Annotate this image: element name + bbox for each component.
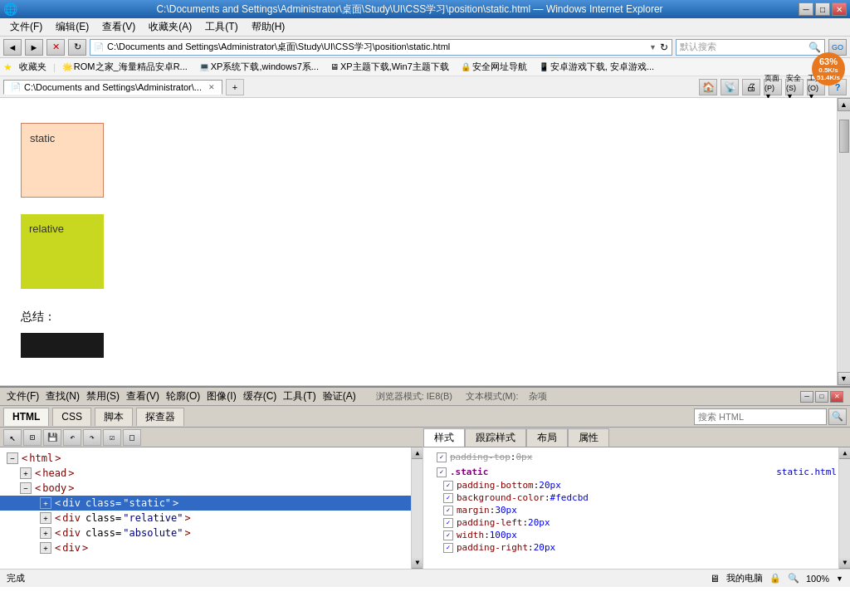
devtools-menu-view[interactable]: 查看(V) xyxy=(126,389,159,403)
fav-item-5[interactable]: 📱 安卓游戏下载, 安卓游戏... xyxy=(534,60,659,74)
css-checkbox-padding-right[interactable]: ✓ xyxy=(443,543,453,553)
maximize-button[interactable]: □ xyxy=(815,2,830,16)
back-button[interactable]: ◄ xyxy=(3,39,22,56)
feeds-button[interactable]: 📡 xyxy=(721,79,739,95)
save-tool[interactable]: 💾 xyxy=(43,429,61,446)
menu-edit[interactable]: 编辑(E) xyxy=(49,18,95,36)
tree-scroll-track[interactable] xyxy=(412,459,423,557)
address-bar[interactable]: 📄 C:\Documents and Settings\Administrato… xyxy=(90,39,672,56)
address-dropdown-icon[interactable]: ▼ xyxy=(649,43,657,51)
forward-button[interactable]: ► xyxy=(25,39,43,56)
expander-div-static[interactable]: + xyxy=(40,497,51,509)
devtools-menu-find[interactable]: 查找(N) xyxy=(46,389,80,403)
css-selector-checkbox[interactable]: ✓ xyxy=(437,467,447,477)
refresh-button[interactable]: ↻ xyxy=(68,39,86,56)
css-checkbox-margin[interactable]: ✓ xyxy=(443,506,453,516)
css-val-padding-left: 20px xyxy=(528,517,550,528)
menu-tools[interactable]: 工具(T) xyxy=(198,18,244,36)
checkbox-tool[interactable]: ☑ xyxy=(103,429,121,446)
devtools-tab-css[interactable]: CSS xyxy=(52,408,91,426)
tree-body[interactable]: − <body> xyxy=(0,481,423,496)
tree-scroll-up[interactable]: ▲ xyxy=(412,447,423,459)
text-tool[interactable]: □ xyxy=(123,429,141,446)
undo-tool[interactable]: ↶ xyxy=(63,429,81,446)
css-tab-styles[interactable]: 样式 xyxy=(423,428,465,447)
css-tab-layout[interactable]: 布局 xyxy=(526,428,568,447)
expander-head[interactable]: + xyxy=(20,467,32,479)
tree-div-relative[interactable]: + <div class="relative"> xyxy=(0,511,423,526)
tree-html[interactable]: − <html> xyxy=(0,451,423,466)
css-checkbox-padding-bottom[interactable]: ✓ xyxy=(443,481,453,491)
menu-favorites[interactable]: 收藏夹(A) xyxy=(142,18,198,36)
devtools-search-input[interactable] xyxy=(694,408,827,425)
devtools-search-button[interactable]: 🔍 xyxy=(828,408,847,425)
devtools-tab-html[interactable]: HTML xyxy=(3,408,49,426)
zoom-dropdown-icon[interactable]: ▼ xyxy=(836,574,843,583)
tree-div-plain[interactable]: + <div> xyxy=(0,540,423,555)
fav-item-1[interactable]: 🌟 ROM之家_海量精品安卓R... xyxy=(57,60,193,74)
devtools-menu-disable[interactable]: 禁用(S) xyxy=(86,389,120,403)
devtools-menu-file[interactable]: 文件(F) xyxy=(7,389,39,403)
scroll-up-button[interactable]: ▲ xyxy=(838,98,851,111)
fav-item-3[interactable]: 🖥 XP主题下载,Win7主题下载 xyxy=(325,60,454,74)
fav-item-4[interactable]: 🔒 安全网址导航 xyxy=(456,60,532,74)
expander-div-plain[interactable]: + xyxy=(40,542,51,554)
menu-view[interactable]: 查看(V) xyxy=(95,18,142,36)
favorites-label[interactable]: 收藏夹 xyxy=(14,60,51,74)
devtools-menu-image[interactable]: 图像(I) xyxy=(207,389,236,403)
css-prop-name-width: width xyxy=(457,530,484,540)
tree-head[interactable]: + <head> xyxy=(0,466,423,481)
safety-dropdown[interactable]: 安全(S) ▼ xyxy=(785,79,804,95)
devtools-menu-cache[interactable]: 缓存(C) xyxy=(243,389,277,403)
css-file-ref[interactable]: static.html xyxy=(776,467,837,477)
devtools-tab-profiler[interactable]: 探查器 xyxy=(136,408,184,426)
devtools-minimize[interactable]: ─ xyxy=(800,391,813,403)
css-scroll-down[interactable]: ▼ xyxy=(839,557,850,569)
expander-div-absolute[interactable]: + xyxy=(40,527,51,539)
new-tab-button[interactable]: + xyxy=(226,79,244,95)
scroll-thumb[interactable] xyxy=(839,120,849,153)
css-checkbox-strikethrough[interactable]: ✓ xyxy=(437,452,447,462)
redo-tool[interactable]: ↷ xyxy=(83,429,101,446)
devtools-menu-validate[interactable]: 验证(A) xyxy=(323,389,356,403)
devtools-restore[interactable]: □ xyxy=(815,391,828,403)
css-tab-attrs[interactable]: 属性 xyxy=(568,428,609,447)
devtools-close[interactable]: ✕ xyxy=(830,391,843,403)
home-button[interactable]: 🏠 xyxy=(699,79,717,95)
menu-file[interactable]: 文件(F) xyxy=(3,18,49,36)
devtools-menu-outline[interactable]: 轮廓(O) xyxy=(166,389,200,403)
tree-scrollbar[interactable]: ▲ ▼ xyxy=(411,447,423,569)
css-checkbox-padding-left[interactable]: ✓ xyxy=(443,518,453,528)
search-bar[interactable]: 默认搜索 🔍 xyxy=(676,39,825,56)
css-checkbox-width[interactable]: ✓ xyxy=(443,530,453,540)
css-scroll-track[interactable] xyxy=(839,459,850,557)
print-button[interactable]: 🖨 xyxy=(742,79,760,95)
css-scrollbar[interactable]: ▲ ▼ xyxy=(838,447,850,569)
expander-html[interactable]: − xyxy=(7,452,18,464)
expander-div-relative[interactable]: + xyxy=(40,512,51,524)
devtools-tab-script[interactable]: 脚本 xyxy=(95,408,133,426)
expander-body[interactable]: − xyxy=(20,482,32,494)
tree-div-absolute[interactable]: + <div class="absolute"> xyxy=(0,526,423,540)
css-scroll-up[interactable]: ▲ xyxy=(839,447,850,459)
cursor-tool[interactable]: ↖ xyxy=(3,429,22,446)
close-button[interactable]: ✕ xyxy=(832,2,847,16)
tab-close-icon[interactable]: ✕ xyxy=(208,83,215,91)
scroll-down-button[interactable]: ▼ xyxy=(838,372,851,385)
search-icon[interactable]: 🔍 xyxy=(808,42,821,53)
select-tool[interactable]: ⊡ xyxy=(23,429,42,446)
browser-scrollbar[interactable]: ▲ ▼ xyxy=(837,98,850,385)
minimize-button[interactable]: ─ xyxy=(799,2,813,16)
css-tab-trace[interactable]: 跟踪样式 xyxy=(465,428,526,447)
tree-scroll-down[interactable]: ▼ xyxy=(412,557,423,569)
fav-item-2[interactable]: 💻 XP系统下载,windows7系... xyxy=(194,60,324,74)
menu-help[interactable]: 帮助(H) xyxy=(245,18,292,36)
page-dropdown[interactable]: 页面(P) ▼ xyxy=(764,79,782,95)
stop-button[interactable]: ✕ xyxy=(46,39,65,56)
devtools-menu-tools[interactable]: 工具(T) xyxy=(283,389,315,403)
scroll-track[interactable] xyxy=(838,111,850,372)
current-tab[interactable]: 📄 C:\Documents and Settings\Administrato… xyxy=(3,80,222,95)
tree-div-static[interactable]: + <div class="static"> xyxy=(0,496,423,511)
css-checkbox-bg-color[interactable]: ✓ xyxy=(443,493,453,503)
refresh-icon[interactable]: ↻ xyxy=(660,42,668,53)
